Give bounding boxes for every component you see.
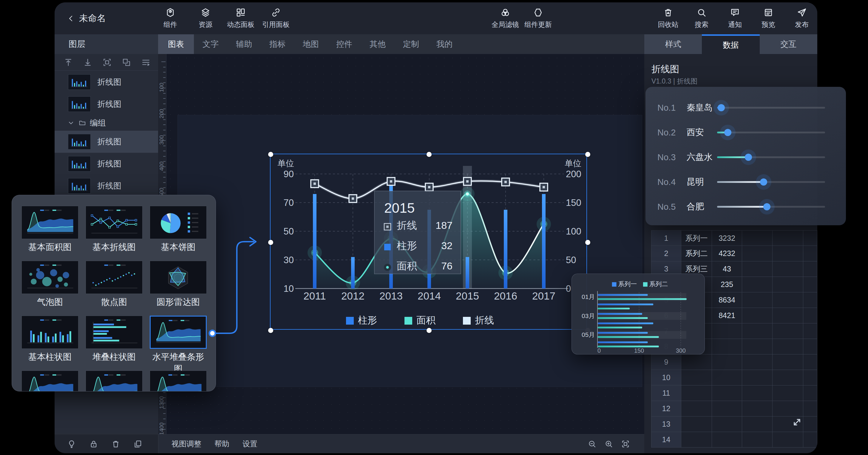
table-cell[interactable] [712, 370, 742, 386]
table-cell[interactable]: 3232 [712, 230, 742, 246]
trash-icon[interactable] [111, 439, 120, 449]
table-cell[interactable] [803, 417, 817, 432]
table-cell[interactable] [742, 339, 773, 355]
menu-设置[interactable]: 设置 [243, 439, 257, 449]
table-cell[interactable] [742, 324, 773, 339]
duplicate-icon[interactable] [133, 439, 142, 449]
topbar-filter-venn-button[interactable]: 全局滤镜 [490, 4, 520, 33]
layer-group-row[interactable]: 编组 [55, 115, 158, 131]
table-cell[interactable] [712, 339, 742, 355]
table-cell[interactable] [803, 230, 817, 246]
topbar-component-button[interactable]: 组件 [155, 4, 185, 33]
table-cell[interactable] [773, 261, 803, 277]
topbar-notification-button[interactable]: 通知 [720, 4, 750, 33]
slider-track[interactable] [717, 181, 825, 183]
layer-item[interactable]: 折线图 [55, 153, 158, 175]
layer-item[interactable]: 折线图 [55, 93, 158, 115]
ungroup-frame-icon[interactable] [122, 58, 131, 67]
slider-knob[interactable] [745, 154, 752, 161]
table-cell[interactable] [742, 386, 773, 401]
table-cell[interactable]: 系列二 [681, 246, 712, 261]
inspector-tab-数据[interactable]: 数据 [702, 34, 760, 54]
table-cell[interactable] [742, 308, 773, 324]
table-cell[interactable] [681, 386, 712, 401]
table-cell[interactable] [742, 355, 773, 370]
table-cell[interactable] [742, 432, 773, 448]
fit-screen-icon[interactable] [621, 439, 630, 449]
table-cell[interactable] [803, 261, 817, 277]
table-cell[interactable] [773, 401, 803, 417]
topbar-component-update-button[interactable]: 组件更新 [523, 4, 553, 33]
inspector-tab-交互[interactable]: 交互 [760, 34, 817, 54]
gallery-item-partial[interactable] [22, 370, 79, 391]
mini-bar-chart-popup[interactable]: 系列一系列二015030001月03月05月 [571, 274, 705, 355]
table-cell[interactable] [803, 339, 817, 355]
table-cell[interactable] [681, 417, 712, 432]
table-cell[interactable] [773, 386, 803, 401]
table-cell[interactable] [712, 324, 742, 339]
table-cell[interactable] [773, 355, 803, 370]
selection-handle[interactable] [585, 152, 590, 157]
tab-地图[interactable]: 地图 [294, 34, 328, 54]
table-cell[interactable] [803, 246, 817, 261]
table-cell[interactable]: 43 [712, 261, 742, 277]
tab-定制[interactable]: 定制 [394, 34, 428, 54]
gallery-item-水平堆叠条形图[interactable]: 水平堆叠条形图 [150, 316, 207, 375]
table-cell[interactable]: 235 [712, 277, 742, 293]
tab-图表[interactable]: 图表 [158, 34, 194, 54]
table-cell[interactable] [803, 308, 817, 324]
slider-knob[interactable] [718, 104, 725, 111]
zoom-out-icon[interactable] [588, 439, 596, 449]
table-cell[interactable] [803, 401, 817, 417]
gallery-item-partial[interactable] [150, 370, 207, 391]
table-cell[interactable] [803, 355, 817, 370]
tab-文字[interactable]: 文字 [194, 34, 227, 54]
selection-handle[interactable] [268, 240, 273, 245]
table-cell[interactable]: 8421 [712, 308, 742, 324]
table-cell[interactable] [712, 432, 742, 448]
tab-我的[interactable]: 我的 [428, 34, 461, 54]
table-cell[interactable] [773, 230, 803, 246]
table-cell[interactable]: 4232 [712, 246, 742, 261]
table-cell[interactable] [803, 370, 817, 386]
table-cell[interactable] [681, 355, 712, 370]
back-button[interactable]: 未命名 [67, 2, 106, 34]
gallery-item-气泡图[interactable]: 气泡图 [22, 261, 79, 308]
table-cell[interactable] [773, 370, 803, 386]
table-cell[interactable] [681, 370, 712, 386]
menu-视图调整[interactable]: 视图调整 [172, 439, 202, 449]
topbar-dynamic-panel-button[interactable]: 动态面板 [226, 4, 256, 33]
bulb-icon[interactable] [67, 439, 76, 449]
table-cell[interactable] [803, 293, 817, 308]
topbar-recycle-bin-button[interactable]: 回收站 [653, 4, 683, 33]
gallery-item-基本饼图[interactable]: 基本饼图 [150, 206, 207, 253]
slider-track[interactable] [717, 131, 825, 133]
table-cell[interactable] [803, 277, 817, 293]
lock-icon[interactable] [89, 439, 98, 449]
table-cell[interactable] [742, 246, 773, 261]
chevron-down-icon[interactable] [67, 119, 75, 127]
table-cell[interactable] [712, 386, 742, 401]
tab-其他[interactable]: 其他 [361, 34, 394, 54]
table-cell[interactable] [773, 324, 803, 339]
table-cell[interactable] [742, 261, 773, 277]
topbar-publish-button[interactable]: 发布 [787, 4, 817, 33]
selected-line-chart-component[interactable]: 2015折线187柱形32面积76单位单位9070503010200150100… [270, 154, 587, 330]
gallery-item-圆形雷达图[interactable]: 圆形雷达图 [150, 261, 207, 308]
tab-辅助[interactable]: 辅助 [227, 34, 261, 54]
table-cell[interactable] [742, 370, 773, 386]
tab-指标[interactable]: 指标 [261, 34, 294, 54]
menu-帮助[interactable]: 帮助 [214, 439, 229, 449]
table-cell[interactable] [742, 230, 773, 246]
table-cell[interactable] [712, 417, 742, 432]
tab-控件[interactable]: 控件 [328, 34, 361, 54]
layer-item[interactable]: 折线图 [55, 131, 158, 153]
selection-handle[interactable] [585, 240, 590, 245]
table-cell[interactable]: 系列一 [681, 230, 712, 246]
table-cell[interactable] [803, 386, 817, 401]
layer-item[interactable]: 折线图 [55, 175, 158, 197]
table-resize-icon[interactable] [790, 416, 804, 429]
table-cell[interactable] [742, 417, 773, 432]
inspector-tab-样式[interactable]: 样式 [644, 34, 702, 54]
move-bottom-icon[interactable] [83, 58, 92, 67]
